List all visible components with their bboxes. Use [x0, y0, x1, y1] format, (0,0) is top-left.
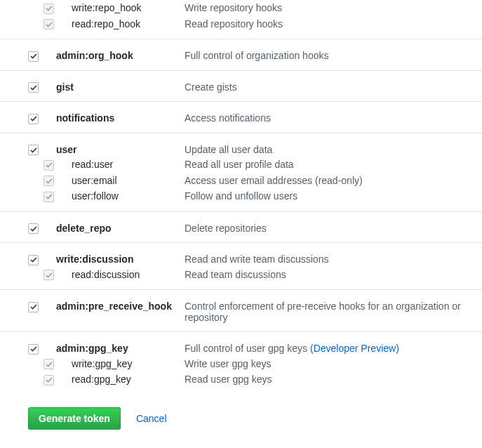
scope-checkbox — [43, 19, 54, 29]
scope-group: write:discussion Read and write team dis… — [0, 242, 482, 289]
scope-description: Access notifications — [185, 112, 271, 124]
scope-checkbox[interactable] — [28, 223, 39, 234]
scope-checkbox — [43, 192, 54, 202]
scope-description: Write user gpg keys — [185, 358, 271, 369]
scope-description: Access user email addresses (read-only) — [185, 175, 363, 186]
scope-row: user Update all user data — [0, 142, 482, 157]
scope-group: admin:gpg_key Full control of user gpg k… — [0, 331, 482, 395]
scope-name: delete_repo — [56, 223, 112, 234]
scope-row: write:discussion Read and write team dis… — [0, 251, 482, 267]
scope-name: write:discussion — [56, 253, 133, 265]
scope-row: read:discussion Read team discussions — [0, 267, 482, 283]
scope-checkbox[interactable] — [28, 255, 39, 265]
scope-name: user — [56, 144, 77, 155]
scope-group: admin:pre_receive_hook Control enforceme… — [0, 289, 482, 331]
scope-row: admin:org_hook Full control of organizat… — [0, 48, 482, 63]
scope-group: delete_repo Delete repositories — [0, 211, 482, 243]
scope-description: Full control of user gpg keys — [185, 343, 310, 354]
scope-group: gist Create gists — [0, 70, 482, 102]
scope-checkbox — [43, 4, 54, 14]
scope-name: write:repo_hook — [72, 2, 142, 13]
scope-group: admin:org_hook Full control of organizat… — [0, 39, 482, 70]
scope-checkbox — [43, 176, 54, 186]
scope-row: read:repo_hook Read repository hooks — [0, 16, 482, 32]
scope-name: write:gpg_key — [72, 358, 132, 369]
scope-row: read:user Read all user profile data — [0, 157, 482, 173]
scope-group: write:repo_hook Write repository hooks r… — [0, 0, 482, 39]
scope-description: Create gists — [185, 81, 237, 93]
scope-row: notifications Access notifications — [0, 110, 482, 126]
form-actions: Generate token Cancel — [0, 407, 482, 430]
scope-group: notifications Access notifications — [0, 101, 482, 133]
scope-row: write:repo_hook Write repository hooks — [0, 0, 482, 16]
scope-row: write:gpg_key Write user gpg keys — [0, 356, 482, 372]
scope-description: Follow and unfollow users — [185, 190, 297, 202]
scope-checkbox[interactable] — [28, 344, 39, 355]
scope-description: Delete repositories — [185, 223, 267, 234]
scope-name: user:email — [72, 175, 117, 186]
scope-row: user:follow Follow and unfollow users — [0, 188, 482, 204]
scope-name: notifications — [56, 112, 114, 124]
scope-group: user Update all user data read:user Read… — [0, 133, 482, 211]
scope-row: admin:gpg_key Full control of user gpg k… — [0, 341, 482, 356]
scope-name: user:follow — [72, 190, 119, 202]
scope-checkbox — [43, 375, 54, 386]
scope-checkbox — [43, 270, 54, 280]
scope-description: Full control of organization hooks — [185, 50, 328, 61]
scope-description: Read and write team discussions — [185, 253, 328, 265]
scope-name: read:gpg_key — [72, 374, 131, 385]
scope-name: read:repo_hook — [72, 18, 140, 29]
developer-preview-link[interactable]: (Developer Preview) — [310, 343, 399, 354]
scope-row: read:gpg_key Read user gpg keys — [0, 371, 482, 388]
scope-row: delete_repo Delete repositories — [0, 220, 482, 236]
scope-name: read:user — [72, 159, 113, 170]
scope-row: admin:pre_receive_hook Control enforceme… — [0, 298, 482, 324]
scope-name: admin:org_hook — [56, 50, 133, 61]
scope-name: admin:pre_receive_hook — [56, 301, 172, 312]
scope-description: Control enforcement of pre-receive hooks… — [185, 301, 461, 323]
scope-row: gist Create gists — [0, 79, 482, 95]
scope-description: Read user gpg keys — [185, 374, 272, 385]
scope-checkbox[interactable] — [28, 114, 39, 124]
scope-description: Update all user data — [185, 144, 272, 155]
scope-name: admin:gpg_key — [56, 343, 128, 354]
scope-checkbox[interactable] — [28, 82, 39, 93]
cancel-button[interactable]: Cancel — [136, 413, 167, 424]
scope-checkbox — [43, 359, 54, 369]
scope-name: gist — [56, 81, 74, 93]
scope-description: Read repository hooks — [185, 18, 283, 29]
scope-checkbox[interactable] — [28, 302, 39, 312]
scope-checkbox[interactable] — [28, 145, 39, 155]
scope-checkbox[interactable] — [28, 51, 39, 62]
scope-description: Read team discussions — [185, 269, 286, 280]
scope-description: Read all user profile data — [185, 159, 294, 170]
scope-row: user:email Access user email addresses (… — [0, 173, 482, 189]
scope-description: Write repository hooks — [185, 2, 282, 13]
scope-list: write:repo_hook Write repository hooks r… — [0, 0, 482, 395]
scope-checkbox — [43, 160, 54, 171]
scope-name: read:discussion — [72, 269, 140, 280]
generate-token-button[interactable]: Generate token — [28, 407, 121, 430]
